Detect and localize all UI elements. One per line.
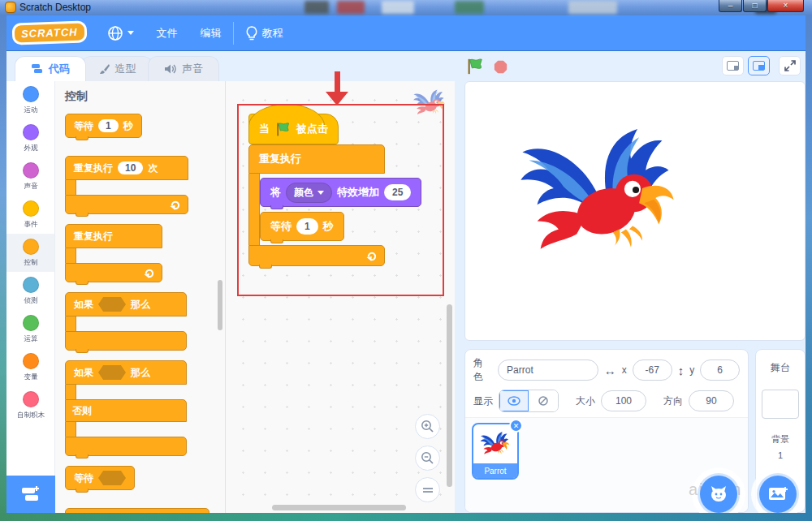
category-control[interactable]: 控制 xyxy=(6,234,54,272)
close-button[interactable]: × xyxy=(767,0,804,12)
menu-file[interactable]: 文件 xyxy=(145,15,189,51)
menu-bar: SCRATCH 文件 编辑 教程 xyxy=(6,15,806,51)
size-label: 大小 xyxy=(576,394,595,408)
add-extension-button[interactable] xyxy=(6,476,55,513)
sound-color-dot xyxy=(23,162,39,179)
code-blocks-icon xyxy=(31,63,44,75)
code-workspace[interactable]: 当 被点击 重复执行 将 颜色 xyxy=(226,81,455,513)
desktop-glass-blob xyxy=(455,1,484,14)
menu-tutorials[interactable]: 教程 xyxy=(234,15,295,51)
category-variables[interactable]: 变量 xyxy=(6,348,54,386)
add-sprite-button[interactable] xyxy=(700,476,737,513)
x-axis-icon: ↔ xyxy=(604,364,616,377)
small-stage-button[interactable] xyxy=(722,56,744,75)
category-operators[interactable]: 运算 xyxy=(6,310,54,348)
backdrop-thumbnail[interactable] xyxy=(762,390,799,419)
fullscreen-button[interactable] xyxy=(779,56,801,75)
palette-scrollbar[interactable] xyxy=(218,280,222,330)
code-horizontal-scrollbar[interactable] xyxy=(272,505,406,510)
boolean-slot[interactable] xyxy=(98,297,126,312)
palette-wait-until-block[interactable]: 等待 xyxy=(65,466,135,490)
repeat-times-input[interactable]: 10 xyxy=(118,161,143,174)
y-position-input[interactable]: 6 xyxy=(700,360,740,381)
operators-color-dot xyxy=(23,315,39,331)
x-position-input[interactable]: -67 xyxy=(633,360,672,381)
zoom-reset-icon xyxy=(422,486,434,494)
palette-repeat-block[interactable]: 重复执行 10 次 xyxy=(65,156,188,214)
tab-code[interactable]: 代码 xyxy=(15,56,86,81)
direction-label: 方向 xyxy=(663,394,683,408)
tab-strip: 代码 造型 声音 xyxy=(6,51,806,81)
zoom-out-button[interactable] xyxy=(415,446,440,471)
palette-if-block[interactable]: 如果 那么 xyxy=(65,292,187,351)
language-selector[interactable] xyxy=(96,15,145,51)
category-motion[interactable]: 运动 xyxy=(6,81,54,119)
palette-if-else-block[interactable]: 如果 那么 否则 xyxy=(65,360,187,456)
add-backdrop-button[interactable] xyxy=(759,476,797,513)
paintbrush-icon xyxy=(98,63,110,75)
myblocks-color-dot xyxy=(23,391,39,407)
desktop-glass-blob xyxy=(382,1,414,14)
small-stage-icon xyxy=(727,61,739,71)
sprite-card-name: Parrot xyxy=(473,463,517,478)
speaker-icon xyxy=(164,63,177,75)
zoom-in-button[interactable] xyxy=(415,414,440,439)
code-vertical-scrollbar[interactable] xyxy=(447,304,452,487)
stop-button[interactable] xyxy=(494,60,508,74)
eye-slash-icon xyxy=(538,395,549,407)
category-looks[interactable]: 外观 xyxy=(6,119,54,157)
size-input[interactable]: 100 xyxy=(601,390,646,411)
delete-sprite-button[interactable]: ✕ xyxy=(509,419,523,433)
variables-color-dot xyxy=(23,353,39,369)
category-sound[interactable]: 声音 xyxy=(6,157,54,196)
window-titlebar[interactable] xyxy=(0,0,812,15)
cat-icon xyxy=(709,485,728,503)
palette-wait-block[interactable]: 等待 1 秒 xyxy=(65,114,142,138)
tab-sounds-label: 声音 xyxy=(182,62,203,76)
category-myblocks[interactable]: 自制积木 xyxy=(6,386,54,424)
tab-costumes[interactable]: 造型 xyxy=(81,56,153,81)
tab-sounds[interactable]: 声音 xyxy=(148,56,219,81)
block-palette: 控制 等待 1 秒 重复执行 10 次 重复执行 xyxy=(55,81,226,513)
tab-code-label: 代码 xyxy=(49,62,70,76)
wait-seconds-input[interactable]: 1 xyxy=(98,119,119,132)
x-label: x xyxy=(622,364,627,376)
category-events[interactable]: 事件 xyxy=(6,196,54,234)
visible-button[interactable] xyxy=(499,390,529,411)
parrot-sprite[interactable] xyxy=(504,124,695,264)
boolean-slot[interactable] xyxy=(98,471,126,485)
palette-header: 控制 xyxy=(65,89,225,104)
sprite-label: 角色 xyxy=(473,356,492,384)
sprite-info: 角色 Parrot ↔ x -67 ↕ y 6 显示 xyxy=(465,350,748,418)
sprite-name-input[interactable]: Parrot xyxy=(498,360,598,381)
eye-icon xyxy=(508,396,520,406)
zoom-out-icon xyxy=(421,451,434,465)
hidden-button[interactable] xyxy=(529,390,558,411)
zoom-in-icon xyxy=(421,420,434,433)
zoom-reset-button[interactable] xyxy=(415,477,440,502)
menu-tutorials-label: 教程 xyxy=(262,26,283,41)
sprite-card-parrot[interactable]: Parrot ✕ xyxy=(472,423,519,480)
loop-arrow-icon xyxy=(143,268,155,278)
desktop-glass-blob xyxy=(304,1,329,14)
main-area: 运动 外观 声音 事件 控制 侦测 运算 变量 自制积木 控制 等待 1 xyxy=(6,81,806,513)
menu-edit[interactable]: 编辑 xyxy=(189,15,233,51)
boolean-slot[interactable] xyxy=(98,365,126,380)
maximize-button[interactable]: □ xyxy=(743,0,767,12)
minimize-button[interactable]: – xyxy=(719,0,742,12)
y-axis-icon: ↕ xyxy=(678,364,685,377)
green-flag-button[interactable] xyxy=(466,58,484,75)
large-stage-button[interactable] xyxy=(748,56,770,75)
direction-input[interactable]: 90 xyxy=(689,390,734,411)
category-sensing[interactable]: 侦测 xyxy=(6,272,54,310)
motion-color-dot xyxy=(23,86,39,102)
scratch-logo[interactable]: SCRATCH xyxy=(15,24,84,43)
annotation-arrow xyxy=(335,71,340,92)
window-border-bottom xyxy=(0,513,812,521)
annotation-highlight-rectangle xyxy=(237,104,444,296)
show-label: 显示 xyxy=(473,394,493,408)
sensing-color-dot xyxy=(23,277,39,293)
fullscreen-icon xyxy=(784,60,796,71)
palette-forever-block[interactable]: 重复执行 xyxy=(65,224,162,282)
stage-canvas xyxy=(464,81,806,341)
